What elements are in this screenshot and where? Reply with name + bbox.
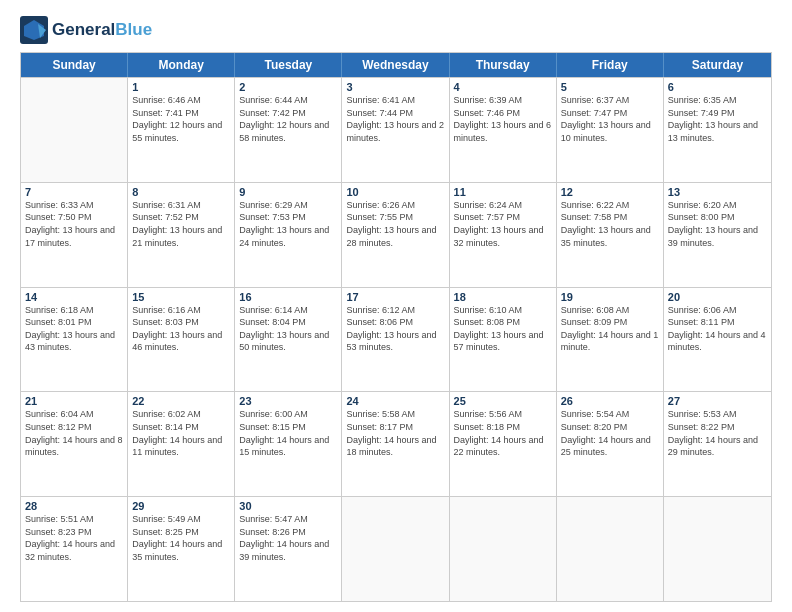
day-cell-21: 21Sunrise: 6:04 AMSunset: 8:12 PMDayligh… — [21, 392, 128, 496]
day-cell-8: 8Sunrise: 6:31 AMSunset: 7:52 PMDaylight… — [128, 183, 235, 287]
day-info: Sunrise: 6:18 AMSunset: 8:01 PMDaylight:… — [25, 304, 123, 354]
day-info: Sunrise: 5:54 AMSunset: 8:20 PMDaylight:… — [561, 408, 659, 458]
day-cell-16: 16Sunrise: 6:14 AMSunset: 8:04 PMDayligh… — [235, 288, 342, 392]
logo-icon — [20, 16, 48, 44]
day-number: 24 — [346, 395, 444, 407]
day-cell-26: 26Sunrise: 5:54 AMSunset: 8:20 PMDayligh… — [557, 392, 664, 496]
day-header-sunday: Sunday — [21, 53, 128, 77]
day-number: 7 — [25, 186, 123, 198]
day-cell-7: 7Sunrise: 6:33 AMSunset: 7:50 PMDaylight… — [21, 183, 128, 287]
empty-cell — [342, 497, 449, 601]
day-info: Sunrise: 6:24 AMSunset: 7:57 PMDaylight:… — [454, 199, 552, 249]
day-header-monday: Monday — [128, 53, 235, 77]
day-number: 22 — [132, 395, 230, 407]
calendar-body: 1Sunrise: 6:46 AMSunset: 7:41 PMDaylight… — [21, 77, 771, 601]
day-info: Sunrise: 6:12 AMSunset: 8:06 PMDaylight:… — [346, 304, 444, 354]
day-cell-11: 11Sunrise: 6:24 AMSunset: 7:57 PMDayligh… — [450, 183, 557, 287]
day-number: 17 — [346, 291, 444, 303]
day-number: 19 — [561, 291, 659, 303]
day-number: 10 — [346, 186, 444, 198]
week-row-5: 28Sunrise: 5:51 AMSunset: 8:23 PMDayligh… — [21, 496, 771, 601]
day-number: 15 — [132, 291, 230, 303]
day-number: 25 — [454, 395, 552, 407]
day-info: Sunrise: 6:35 AMSunset: 7:49 PMDaylight:… — [668, 94, 767, 144]
calendar-header: SundayMondayTuesdayWednesdayThursdayFrid… — [21, 53, 771, 77]
day-cell-17: 17Sunrise: 6:12 AMSunset: 8:06 PMDayligh… — [342, 288, 449, 392]
day-info: Sunrise: 6:29 AMSunset: 7:53 PMDaylight:… — [239, 199, 337, 249]
day-info: Sunrise: 6:46 AMSunset: 7:41 PMDaylight:… — [132, 94, 230, 144]
header: GeneralBlue — [20, 16, 772, 44]
day-info: Sunrise: 5:56 AMSunset: 8:18 PMDaylight:… — [454, 408, 552, 458]
day-info: Sunrise: 6:16 AMSunset: 8:03 PMDaylight:… — [132, 304, 230, 354]
day-info: Sunrise: 5:53 AMSunset: 8:22 PMDaylight:… — [668, 408, 767, 458]
day-cell-13: 13Sunrise: 6:20 AMSunset: 8:00 PMDayligh… — [664, 183, 771, 287]
day-cell-9: 9Sunrise: 6:29 AMSunset: 7:53 PMDaylight… — [235, 183, 342, 287]
week-row-1: 1Sunrise: 6:46 AMSunset: 7:41 PMDaylight… — [21, 77, 771, 182]
day-info: Sunrise: 6:10 AMSunset: 8:08 PMDaylight:… — [454, 304, 552, 354]
day-number: 1 — [132, 81, 230, 93]
day-number: 27 — [668, 395, 767, 407]
day-number: 28 — [25, 500, 123, 512]
day-number: 18 — [454, 291, 552, 303]
day-cell-19: 19Sunrise: 6:08 AMSunset: 8:09 PMDayligh… — [557, 288, 664, 392]
day-header-thursday: Thursday — [450, 53, 557, 77]
day-cell-30: 30Sunrise: 5:47 AMSunset: 8:26 PMDayligh… — [235, 497, 342, 601]
day-info: Sunrise: 6:14 AMSunset: 8:04 PMDaylight:… — [239, 304, 337, 354]
day-cell-3: 3Sunrise: 6:41 AMSunset: 7:44 PMDaylight… — [342, 78, 449, 182]
day-cell-14: 14Sunrise: 6:18 AMSunset: 8:01 PMDayligh… — [21, 288, 128, 392]
day-cell-6: 6Sunrise: 6:35 AMSunset: 7:49 PMDaylight… — [664, 78, 771, 182]
day-cell-15: 15Sunrise: 6:16 AMSunset: 8:03 PMDayligh… — [128, 288, 235, 392]
day-info: Sunrise: 6:00 AMSunset: 8:15 PMDaylight:… — [239, 408, 337, 458]
week-row-4: 21Sunrise: 6:04 AMSunset: 8:12 PMDayligh… — [21, 391, 771, 496]
logo: GeneralBlue — [20, 16, 152, 44]
day-number: 23 — [239, 395, 337, 407]
day-cell-24: 24Sunrise: 5:58 AMSunset: 8:17 PMDayligh… — [342, 392, 449, 496]
empty-cell — [21, 78, 128, 182]
day-number: 30 — [239, 500, 337, 512]
day-info: Sunrise: 6:26 AMSunset: 7:55 PMDaylight:… — [346, 199, 444, 249]
day-number: 11 — [454, 186, 552, 198]
day-number: 14 — [25, 291, 123, 303]
day-header-friday: Friday — [557, 53, 664, 77]
day-number: 16 — [239, 291, 337, 303]
day-header-tuesday: Tuesday — [235, 53, 342, 77]
week-row-2: 7Sunrise: 6:33 AMSunset: 7:50 PMDaylight… — [21, 182, 771, 287]
day-number: 8 — [132, 186, 230, 198]
day-info: Sunrise: 5:51 AMSunset: 8:23 PMDaylight:… — [25, 513, 123, 563]
day-number: 12 — [561, 186, 659, 198]
day-cell-25: 25Sunrise: 5:56 AMSunset: 8:18 PMDayligh… — [450, 392, 557, 496]
day-number: 5 — [561, 81, 659, 93]
day-number: 9 — [239, 186, 337, 198]
day-cell-4: 4Sunrise: 6:39 AMSunset: 7:46 PMDaylight… — [450, 78, 557, 182]
day-info: Sunrise: 6:06 AMSunset: 8:11 PMDaylight:… — [668, 304, 767, 354]
day-number: 21 — [25, 395, 123, 407]
day-header-saturday: Saturday — [664, 53, 771, 77]
day-info: Sunrise: 6:08 AMSunset: 8:09 PMDaylight:… — [561, 304, 659, 354]
day-cell-10: 10Sunrise: 6:26 AMSunset: 7:55 PMDayligh… — [342, 183, 449, 287]
day-info: Sunrise: 6:02 AMSunset: 8:14 PMDaylight:… — [132, 408, 230, 458]
day-number: 20 — [668, 291, 767, 303]
day-info: Sunrise: 5:47 AMSunset: 8:26 PMDaylight:… — [239, 513, 337, 563]
day-number: 13 — [668, 186, 767, 198]
day-header-wednesday: Wednesday — [342, 53, 449, 77]
day-info: Sunrise: 6:41 AMSunset: 7:44 PMDaylight:… — [346, 94, 444, 144]
logo-text: GeneralBlue — [52, 21, 152, 40]
empty-cell — [664, 497, 771, 601]
day-cell-2: 2Sunrise: 6:44 AMSunset: 7:42 PMDaylight… — [235, 78, 342, 182]
day-info: Sunrise: 6:31 AMSunset: 7:52 PMDaylight:… — [132, 199, 230, 249]
day-cell-23: 23Sunrise: 6:00 AMSunset: 8:15 PMDayligh… — [235, 392, 342, 496]
day-info: Sunrise: 5:49 AMSunset: 8:25 PMDaylight:… — [132, 513, 230, 563]
day-number: 26 — [561, 395, 659, 407]
calendar: SundayMondayTuesdayWednesdayThursdayFrid… — [20, 52, 772, 602]
day-cell-5: 5Sunrise: 6:37 AMSunset: 7:47 PMDaylight… — [557, 78, 664, 182]
day-number: 6 — [668, 81, 767, 93]
page: GeneralBlue SundayMondayTuesdayWednesday… — [0, 0, 792, 612]
day-cell-29: 29Sunrise: 5:49 AMSunset: 8:25 PMDayligh… — [128, 497, 235, 601]
day-info: Sunrise: 6:44 AMSunset: 7:42 PMDaylight:… — [239, 94, 337, 144]
day-cell-18: 18Sunrise: 6:10 AMSunset: 8:08 PMDayligh… — [450, 288, 557, 392]
day-info: Sunrise: 6:04 AMSunset: 8:12 PMDaylight:… — [25, 408, 123, 458]
day-cell-1: 1Sunrise: 6:46 AMSunset: 7:41 PMDaylight… — [128, 78, 235, 182]
week-row-3: 14Sunrise: 6:18 AMSunset: 8:01 PMDayligh… — [21, 287, 771, 392]
day-cell-28: 28Sunrise: 5:51 AMSunset: 8:23 PMDayligh… — [21, 497, 128, 601]
day-cell-27: 27Sunrise: 5:53 AMSunset: 8:22 PMDayligh… — [664, 392, 771, 496]
